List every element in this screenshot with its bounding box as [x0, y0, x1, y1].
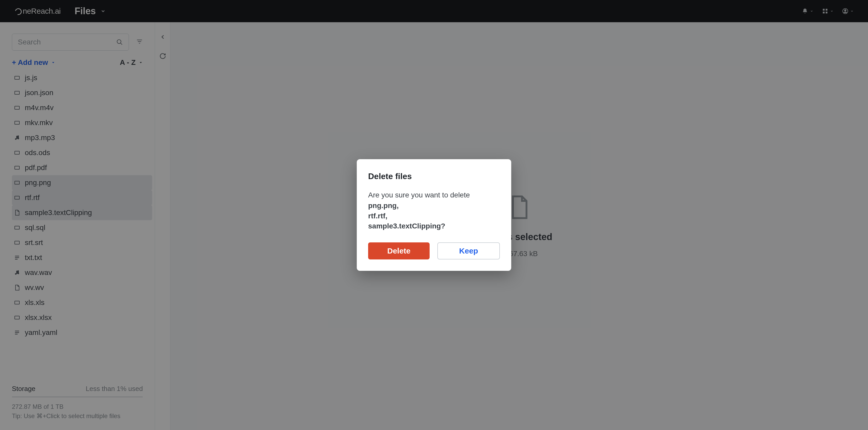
delete-modal: Delete files Are you sure you want to de…	[357, 159, 511, 271]
modal-file-list: png.png,rtf.rtf,sample3.textClipping?	[368, 201, 500, 231]
modal-title: Delete files	[368, 172, 500, 181]
modal-overlay[interactable]: Delete files Are you sure you want to de…	[0, 0, 868, 430]
keep-button[interactable]: Keep	[437, 242, 500, 259]
delete-button[interactable]: Delete	[368, 242, 430, 259]
modal-prompt: Are you sure you want to delete	[368, 190, 500, 200]
